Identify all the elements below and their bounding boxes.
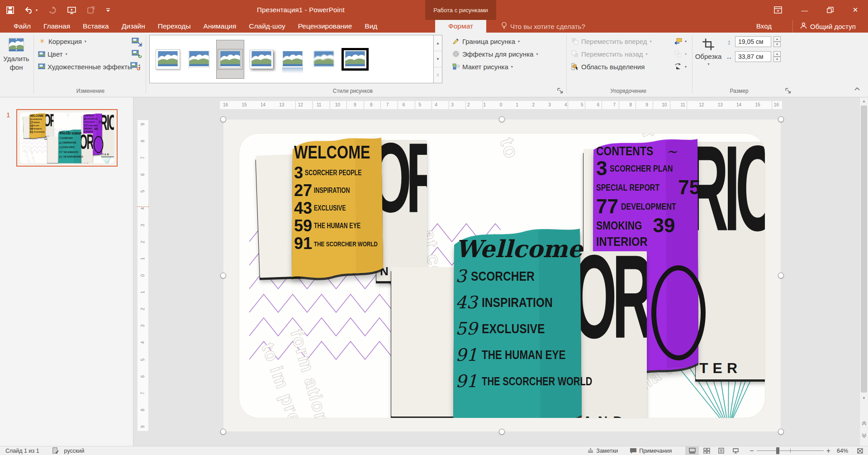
collapse-ribbon-button[interactable] [854,87,860,92]
spin-up[interactable]: ▲ [773,36,781,42]
selection-handle-e[interactable] [778,273,784,278]
slide-canvas[interactable]: s to er and ideas to at con visuals and … [223,120,781,431]
minimize-button[interactable]: — [792,0,817,20]
notes-button[interactable]: Заметки [587,448,618,454]
tell-me-box[interactable]: Что вы хотите сделать? [501,20,585,33]
save-button[interactable] [6,6,14,14]
selection-handle-nw[interactable] [220,116,226,122]
selection-handle-n[interactable] [499,116,505,122]
shape-height-field[interactable] [735,36,771,47]
normal-view-button[interactable] [685,446,699,455]
selection-handle-s[interactable] [499,429,505,435]
change-picture-button[interactable]: ↻ [129,48,141,59]
color-button[interactable]: Цвет▾ [36,48,138,60]
tab-home[interactable]: Главная [37,20,76,33]
share-button[interactable]: Общий доступ [792,20,856,33]
spellcheck-icon[interactable] [52,447,59,454]
arrange-group-labels: Переместить вперед▾ Переместить назад▾ О… [569,35,654,72]
giant-type: RIC [696,142,765,239]
picture-style-shadow[interactable] [247,40,275,79]
remove-background-button[interactable]: Удалитьфон [2,34,31,83]
zoom-level[interactable]: 64% [837,448,854,454]
close-button[interactable]: ✕ [843,0,868,20]
previous-slide-button[interactable] [860,418,868,428]
picture-style-plain[interactable] [185,40,213,79]
selection-handle-w[interactable] [220,273,226,278]
vertical-scrollbar[interactable]: ▲ ▼ [859,97,868,446]
ruler-number: 1 [141,258,146,260]
zoom-out-button[interactable]: − [749,447,754,455]
tab-review[interactable]: Рецензирование [292,20,359,33]
tab-animations[interactable]: Анимация [197,20,243,33]
zoom-slider-thumb[interactable] [776,447,779,454]
picture-style-soft[interactable] [310,40,338,79]
rotate-button[interactable]: ▾ [672,61,688,72]
v-ruler[interactable]: 9876543210123456789 [137,120,149,431]
tab-format[interactable]: Формат [435,20,486,33]
gallery-scroll-up[interactable]: ▲ [434,35,442,51]
tab-view[interactable]: Вид [358,20,384,33]
gallery-more-button[interactable]: ⍗ [434,67,442,83]
sign-in-button[interactable]: Вход [756,20,772,33]
fit-to-window-button[interactable] [857,448,863,454]
picture-style-frame-black[interactable] [341,40,369,79]
undo-button[interactable]: ▾ [25,6,38,14]
tab-transitions[interactable]: Переходы [152,20,197,33]
corrections-button[interactable]: ☀ Коррекция▾ [36,35,138,47]
slide-sorter-view-button[interactable] [700,446,713,455]
reading-view-button[interactable] [714,446,728,455]
tab-design[interactable]: Дизайн [115,20,152,33]
slide-1-thumbnail[interactable]: s to er and ideas to at con visuals and … [16,109,118,167]
scroll-up-arrow[interactable]: ▲ [860,97,868,105]
selection-handle-se[interactable] [778,429,784,435]
scrollbar-thumb[interactable] [861,105,867,393]
slide-picture[interactable]: s to er and ideas to at con visuals and … [17,110,117,166]
reset-picture-button[interactable]: ↺ ▾ [129,60,141,71]
slideshow-view-button[interactable] [729,446,742,455]
gallery-scroll-down[interactable]: ▼ [434,51,442,67]
picture-style-reflect[interactable] [279,40,307,79]
ribbon-display-options-button[interactable] [768,0,787,20]
artistic-effects-button[interactable]: Художественные эффекты▾ [36,61,138,72]
h-ruler[interactable]: 1615141312111098765432101234567891011121… [219,101,783,110]
zoom-slider[interactable] [757,450,824,451]
spin-up[interactable]: ▲ [773,51,781,57]
teal-page-text: Wellcome 3SCORCHER 43INSPIRATION 59EXCLU… [455,235,580,391]
restore-button[interactable] [817,0,843,20]
ribbon: Удалитьфон ☀ Коррекция▾ Цвет▾ Художестве… [0,33,868,97]
picture-layout-button[interactable]: Макет рисунка▾ [450,61,540,72]
selection-pane-button[interactable]: Область выделения [569,61,654,72]
language-indicator[interactable]: русский [64,448,85,454]
tab-file[interactable]: Файл [7,20,37,33]
tab-insert[interactable]: Вставка [76,20,115,33]
start-slideshow-button[interactable] [67,6,76,14]
spin-down[interactable]: ▼ [773,42,781,47]
selection-handle-ne[interactable] [778,116,784,122]
picture-style-frame-white[interactable] [154,40,182,79]
ruler-number: 4 [564,101,568,109]
next-slide-button[interactable] [860,431,868,441]
picture-effects-button[interactable]: Эффекты для рисунка▾ [450,48,540,60]
shape-width-field[interactable] [735,51,771,62]
comments-button[interactable]: Примечания [630,448,672,454]
slide-picture[interactable]: s to er and ideas to at con visuals and … [223,120,781,431]
page-title: WELCOME [30,114,45,118]
tab-slideshow[interactable]: Слайд-шоу [242,20,291,33]
scroll-down-arrow[interactable]: ▼ [860,394,868,402]
dialog-launcher-picture-styles[interactable] [557,88,564,95]
compress-picture-button[interactable]: ⇲ [129,35,141,47]
selection-handle-sw[interactable] [220,429,226,435]
dialog-launcher-size[interactable] [785,88,792,95]
slide-counter[interactable]: Слайд 1 из 1 [5,448,39,454]
undo-dropdown-arrow[interactable]: ▾ [36,8,38,12]
zoom-in-button[interactable]: + [826,447,830,455]
shape-width-row: ↔ ▲▼ [726,51,781,62]
ruler-number: 15 [241,101,247,109]
picture-border-button[interactable]: Граница рисунка▾ [450,35,540,47]
spin-down[interactable]: ▼ [773,57,781,62]
effect-shape-icon [452,50,460,57]
picture-style-metal[interactable] [216,40,244,79]
customize-qat-button[interactable] [106,8,110,12]
crop-button[interactable]: Обрезка ▾ [694,34,723,83]
align-button[interactable]: ▾ [672,35,688,47]
